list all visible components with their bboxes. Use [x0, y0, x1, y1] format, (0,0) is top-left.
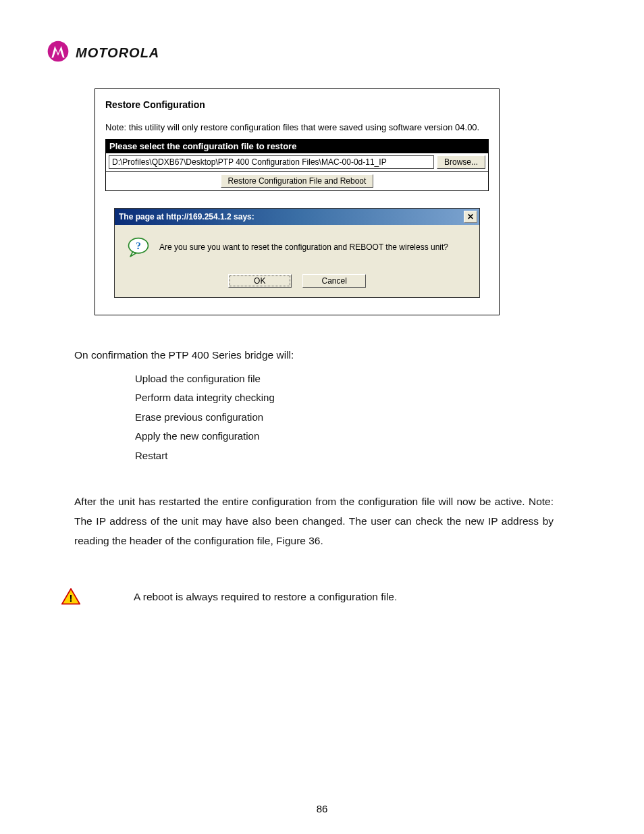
list-item: Restart — [135, 446, 554, 466]
dialog-title-text: The page at http://169.254.1.2 says: — [119, 212, 254, 221]
restore-config-panel: Restore Configuration Note: this utility… — [95, 88, 500, 315]
dialog-buttons: OK Cancel — [127, 274, 467, 288]
question-balloon-icon: ? — [127, 237, 150, 257]
intro-text: On confirmation the PTP 400 Series bridg… — [74, 346, 554, 365]
confirm-dialog: The page at http://169.254.1.2 says: ✕ ?… — [114, 208, 480, 298]
steps-list: Upload the configuration file Perform da… — [135, 369, 554, 466]
browse-button[interactable]: Browse... — [437, 155, 485, 169]
body-text: On confirmation the PTP 400 Series bridg… — [74, 346, 554, 607]
dialog-message: Are you sure you want to reset the confi… — [159, 242, 448, 252]
brand-text: MOTOROLA — [76, 45, 159, 61]
panel-note: Note: this utility will only restore con… — [105, 122, 489, 132]
warning-text: A reboot is always required to restore a… — [134, 588, 397, 607]
svg-text:!: ! — [70, 592, 73, 604]
dialog-title-bar: The page at http://169.254.1.2 says: ✕ — [115, 209, 479, 225]
page-header: MOTOROLA — [47, 41, 576, 65]
list-item: Perform data integrity checking — [135, 388, 554, 408]
ok-button[interactable]: OK — [228, 274, 292, 288]
svg-point-0 — [48, 41, 69, 62]
page-number: 86 — [68, 803, 576, 814]
close-icon[interactable]: ✕ — [464, 211, 477, 223]
file-path-input[interactable]: D:\Profiles\QDXB67\Desktop\PTP 400 Confi… — [109, 155, 434, 169]
restore-reboot-button[interactable]: Restore Configuration File and Reboot — [221, 174, 374, 188]
list-item: Upload the configuration file — [135, 369, 554, 389]
dialog-body: ? Are you sure you want to reset the con… — [115, 225, 479, 297]
after-paragraph: After the unit has restarted the entire … — [74, 492, 554, 550]
panel-title: Restore Configuration — [105, 99, 489, 110]
select-file-header: Please select the configuration file to … — [105, 139, 489, 153]
file-row: D:\Profiles\QDXB67\Desktop\PTP 400 Confi… — [105, 153, 489, 172]
restore-row: Restore Configuration File and Reboot — [105, 172, 489, 191]
list-item: Apply the new configuration — [135, 427, 554, 446]
motorola-logo-icon — [47, 41, 69, 65]
list-item: Erase previous configuration — [135, 408, 554, 427]
cancel-button[interactable]: Cancel — [302, 274, 366, 288]
warning-row: ! A reboot is always required to restore… — [74, 588, 554, 607]
dialog-msg-row: ? Are you sure you want to reset the con… — [127, 237, 467, 257]
svg-text:?: ? — [136, 240, 141, 251]
warning-triangle-icon: ! — [61, 588, 81, 606]
